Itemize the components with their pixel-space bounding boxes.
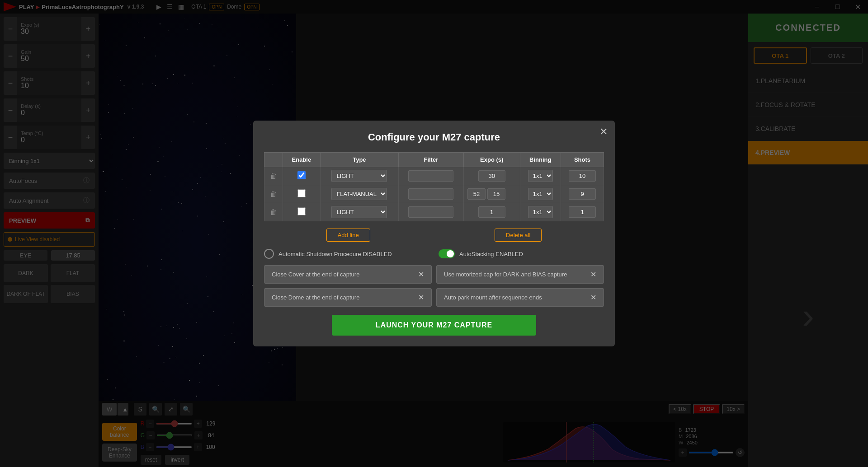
close-dome-x-icon: ✕ <box>418 293 424 302</box>
row2-expo1-input[interactable] <box>467 188 486 200</box>
row1-type-select[interactable]: LIGHT FLAT-MANUAL DARK BIAS <box>331 170 387 182</box>
use-motorized-button[interactable]: Use motorized cap for DARK and BIAS capt… <box>436 265 604 284</box>
auto-park-button[interactable]: Auto park mount after sequence ends ✕ <box>436 288 604 307</box>
row1-delete-icon[interactable]: 🗑 <box>270 172 277 180</box>
row2-enable-checkbox[interactable] <box>297 189 306 197</box>
row2-filter-input[interactable] <box>408 188 453 200</box>
auto-park-x-icon: ✕ <box>590 293 596 302</box>
shutdown-toggle: Automatic Shutdown Procedure DISABLED <box>264 249 429 259</box>
row2-binning-select[interactable]: 1x1 2x2 <box>528 188 553 200</box>
shutdown-label: Automatic Shutdown Procedure DISABLED <box>278 251 392 257</box>
delete-all-button[interactable]: Delete all <box>495 229 542 242</box>
options-toggles-row: Automatic Shutdown Procedure DISABLED Au… <box>264 249 604 259</box>
close-cover-button[interactable]: Close Cover at the end of capture ✕ <box>264 265 432 284</box>
capture-table: Enable Type Filter Expo (s) Binning Shot… <box>264 152 604 221</box>
stacking-label: AutoStacking ENABLED <box>459 251 523 257</box>
motorized-x-icon: ✕ <box>590 270 596 279</box>
row2-type-select[interactable]: LIGHT FLAT-MANUAL DARK BIAS <box>331 188 387 200</box>
col-filter: Filter <box>398 153 463 167</box>
modal-title: Configure your M27 capture <box>264 131 604 143</box>
row2-expo2-input[interactable] <box>487 188 505 200</box>
modal-close-button[interactable]: ✕ <box>599 126 608 138</box>
shutdown-toggle-button[interactable] <box>264 249 274 259</box>
toggle-dot <box>447 250 454 257</box>
row1-enable-checkbox[interactable] <box>297 171 306 179</box>
row2-delete-icon[interactable]: 🗑 <box>270 190 277 198</box>
modal-overlay: ✕ Configure your M27 capture Enable Type… <box>0 0 868 467</box>
row3-expo-input[interactable] <box>478 206 505 218</box>
stacking-toggle: AutoStacking ENABLED <box>439 249 604 258</box>
configure-capture-modal: ✕ Configure your M27 capture Enable Type… <box>253 121 615 346</box>
row3-enable-checkbox[interactable] <box>297 207 306 215</box>
close-dome-button[interactable]: Close Dome at the end of capture ✕ <box>264 288 432 307</box>
table-row: 🗑 LIGHT FLAT-MANUAL DARK BIAS <box>264 167 604 185</box>
table-row: 🗑 LIGHT FLAT-MANUAL DARK 1x1 <box>264 203 604 221</box>
col-type: Type <box>321 153 399 167</box>
row1-binning-select[interactable]: 1x1 2x2 3x3 <box>528 170 553 182</box>
row3-binning-select[interactable]: 1x1 2x2 <box>528 206 553 218</box>
col-binning: Binning <box>520 153 561 167</box>
col-expo: Expo (s) <box>463 153 520 167</box>
row3-delete-icon[interactable]: 🗑 <box>270 208 277 216</box>
options-buttons: Close Cover at the end of capture ✕ Use … <box>264 265 604 307</box>
launch-capture-button[interactable]: LAUNCH YOUR M27 CAPTURE <box>332 315 536 336</box>
add-line-button[interactable]: Add line <box>326 229 370 242</box>
row1-shots-input[interactable] <box>569 170 596 182</box>
row3-type-select[interactable]: LIGHT FLAT-MANUAL DARK <box>331 206 387 218</box>
col-delete <box>264 153 283 167</box>
table-row: 🗑 LIGHT FLAT-MANUAL DARK BIAS <box>264 185 604 203</box>
col-shots: Shots <box>561 153 604 167</box>
close-cover-x-icon: ✕ <box>418 270 424 279</box>
col-enable: Enable <box>283 153 320 167</box>
table-actions: Add line Delete all <box>264 229 604 242</box>
stacking-toggle-button[interactable] <box>439 249 455 258</box>
row2-shots-input[interactable] <box>569 188 596 200</box>
row1-filter-input[interactable] <box>408 170 453 182</box>
row1-expo-input[interactable] <box>478 170 505 182</box>
row3-filter-input[interactable] <box>408 206 453 218</box>
row3-shots-input[interactable] <box>569 206 596 218</box>
